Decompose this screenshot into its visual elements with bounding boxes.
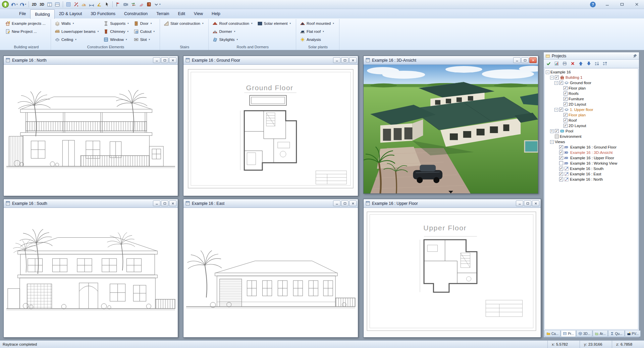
dropdown-arrow-icon[interactable]: ▾	[75, 38, 76, 41]
window-close-button[interactable]	[349, 200, 357, 206]
visibility-checkbox[interactable]: ✓	[559, 151, 563, 155]
tree-item-example-16-north[interactable]: ✓Example 16 : North	[545, 177, 638, 182]
window-titlebar[interactable]: Example 16 : Upper Floor	[364, 199, 541, 208]
window-maximize-button[interactable]	[161, 57, 168, 63]
visibility-checkbox[interactable]: ✓	[555, 129, 559, 133]
app-maximize-button[interactable]	[614, 0, 629, 9]
dropdown-arrow-icon[interactable]: ▾	[16, 3, 18, 6]
ribbon-item-roof-construction[interactable]: Roof construction▾	[211, 19, 254, 27]
menu-tab-view[interactable]: View	[190, 9, 207, 18]
window-minimize-button[interactable]	[333, 57, 340, 63]
panel-tab-qu[interactable]: Qu...	[608, 331, 625, 337]
tree-item-example-16-upper-floor[interactable]: ✓2DExample 16 : Upper Floor	[545, 155, 638, 161]
tree-item-example-16[interactable]: −Example 16	[545, 69, 638, 75]
window-close-button[interactable]	[349, 57, 357, 63]
window-example16-ground-floor[interactable]: Example 16 : Ground Floor Ground Floor	[183, 56, 358, 196]
dropdown-arrow-icon[interactable]: ▾	[127, 30, 129, 33]
print-button[interactable]	[561, 60, 568, 67]
tree-item-building-1[interactable]: −✓Building 1	[545, 75, 638, 80]
tree-item-example-16-working-view[interactable]: 2DExample 16 : Working View	[545, 161, 638, 166]
tree-item-roofs[interactable]: ✓Roofs	[545, 91, 638, 96]
visibility-checkbox[interactable]: ✓	[564, 118, 568, 122]
undo-button[interactable]: ▾	[10, 1, 18, 8]
catalog-button[interactable]	[145, 1, 153, 8]
app-logo-button[interactable]	[1, 1, 10, 8]
visibility-checkbox[interactable]: ✓	[564, 97, 568, 101]
ribbon-item-flat-roof[interactable]: Flat roof▾	[299, 27, 335, 36]
window-close-button[interactable]	[529, 57, 537, 63]
dropdown-arrow-icon[interactable]: ▾	[323, 30, 324, 33]
dropdown-arrow-icon[interactable]: ▾	[151, 22, 152, 25]
dropdown-arrow-icon[interactable]: ▾	[333, 22, 334, 25]
visibility-checkbox[interactable]: ✓	[559, 172, 563, 176]
tree-item-2d-layout[interactable]: ✓2D Layout	[545, 123, 638, 128]
ribbon-item-stair-construction[interactable]: Stair construction▾	[162, 19, 205, 27]
panel-tab-pr[interactable]: Pr...	[561, 331, 576, 337]
ribbon-item-slot[interactable]: Slot▾	[132, 36, 156, 44]
visibility-checkbox[interactable]: ✓	[559, 177, 563, 181]
window-minimize-button[interactable]	[516, 200, 523, 206]
panel-tab-pv[interactable]: PV...	[625, 331, 641, 337]
angle-button[interactable]	[96, 1, 103, 8]
transfer-button[interactable]	[130, 1, 137, 8]
collapse-icon[interactable]: −	[554, 81, 558, 85]
tree-item-pool[interactable]: +✓Pool	[545, 128, 638, 134]
visibility-checkbox[interactable]: ✓	[564, 92, 568, 96]
flag-red-button[interactable]	[114, 1, 122, 8]
confirm-button[interactable]	[545, 60, 552, 67]
camera-button[interactable]	[122, 1, 129, 8]
dropdown-arrow-icon[interactable]: ▾	[98, 30, 99, 33]
dropdown-arrow-icon[interactable]: ▾	[237, 38, 238, 41]
section-button[interactable]	[72, 1, 80, 8]
tree-item-floor-plan[interactable]: ✓Floor plan	[545, 112, 638, 118]
panel-tab-ar[interactable]: Ar...	[593, 331, 608, 337]
window-close-button[interactable]	[169, 57, 176, 63]
window-minimize-button[interactable]	[153, 200, 160, 206]
move-up-button[interactable]	[577, 60, 584, 67]
visibility-checkbox[interactable]	[555, 134, 559, 138]
ribbon-item-example-projects[interactable]: Example projects ...	[4, 19, 47, 27]
visibility-checkbox[interactable]: ✓	[559, 167, 563, 171]
delete-button[interactable]	[569, 60, 576, 67]
ribbon-item-skylights[interactable]: Skylights▾	[211, 36, 254, 44]
tree-item-roof[interactable]: ✓Roof	[545, 118, 638, 123]
help-icon[interactable]: ?	[590, 2, 596, 7]
render-3d-view[interactable]	[364, 65, 538, 193]
elevation-drawing-north[interactable]	[4, 65, 178, 196]
collapse-icon[interactable]: −	[554, 108, 558, 112]
collapse-icon[interactable]: −	[550, 76, 554, 79]
window-example16-3d-ansicht[interactable]: Example 16 : 3D-Ansicht	[363, 56, 538, 194]
panel-tab-ca[interactable]: Ca...	[544, 331, 560, 337]
view-2d-button[interactable]: 2D	[31, 1, 38, 8]
menu-tab-3d-functions[interactable]: 3D Functions	[86, 9, 120, 18]
window-titlebar[interactable]: Example 16 : Ground Floor	[183, 56, 358, 65]
ribbon-item-lower-upper-beams[interactable]: Lower/upper beams▾	[53, 27, 100, 36]
menu-tab-help[interactable]: Help	[207, 9, 225, 18]
tree-item-furniture[interactable]: ✓Furniture	[545, 96, 638, 102]
ribbon-item-walls[interactable]: Walls▾	[53, 19, 100, 27]
window-titlebar[interactable]: Example 16 : East	[183, 199, 358, 208]
ribbon-item-window[interactable]: Window▾	[102, 36, 130, 44]
dropdown-arrow-icon[interactable]: ▾	[234, 30, 235, 33]
tree-item-views[interactable]: −Views	[545, 139, 638, 144]
ribbon-item-roof-mounted[interactable]: Roof mounted▾	[299, 19, 335, 27]
visibility-checkbox[interactable]	[559, 161, 563, 165]
window-maximize-button[interactable]	[524, 200, 531, 206]
dropdown-arrow-icon[interactable]: ▾	[127, 22, 129, 25]
protractor-button[interactable]	[80, 1, 88, 8]
tree-item-ground-floor[interactable]: −✓Ground floor	[545, 80, 638, 85]
ribbon-item-chimney[interactable]: Chimney▾	[102, 27, 130, 36]
tree-item-example-16-3d-ansicht[interactable]: ✓3DExample 16 : 3D-Ansicht	[545, 150, 638, 155]
collapse-icon[interactable]: −	[550, 140, 554, 144]
dropdown-arrow-icon[interactable]: ▾	[126, 38, 127, 41]
dropdown-arrow-icon[interactable]: ▾	[154, 30, 155, 33]
dropdown-arrow-icon[interactable]: ▾	[251, 22, 253, 25]
window-maximize-button[interactable]	[161, 200, 168, 206]
sort-desc-button[interactable]	[601, 60, 608, 67]
panel-tab-3d[interactable]: 3D...	[576, 331, 592, 337]
visibility-checkbox[interactable]: ✓	[564, 102, 568, 106]
pin-icon[interactable]	[633, 54, 637, 58]
visibility-checkbox[interactable]: ✓	[564, 113, 568, 117]
view-3d-button[interactable]: 3D	[38, 1, 46, 8]
window-minimize-button[interactable]	[513, 57, 521, 63]
